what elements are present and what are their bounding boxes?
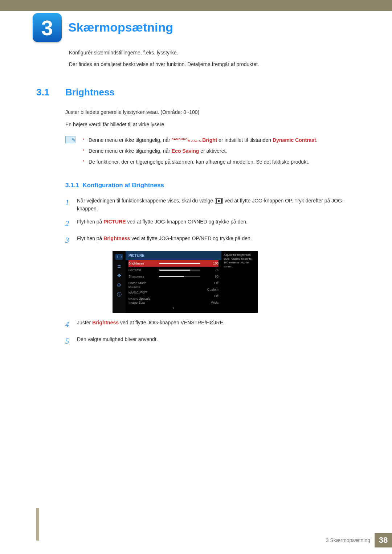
footer-page-number: 38 [375,533,392,547]
step-1: 1 Når vejledningen til funktionsknappern… [65,197,356,213]
header-top-bar [0,0,392,11]
note-box: Denne menu er ikke tilgængelig, når SAMS… [65,136,356,168]
menu-icon [216,198,222,204]
osd-row: Contrast75 [128,267,219,273]
section-title: Brightness [65,87,115,98]
gear-icon: ⚙ [115,282,123,288]
chapter-number-badge: 3 [33,13,62,42]
scroll-down-icon: ▼ [126,306,221,311]
page-footer: 3 Skærmopsætning 38 [326,533,392,547]
step-number: 1 [65,197,72,213]
info-icon: ⓘ [115,292,123,297]
note-item-2: Denne menu er ikke tilgængelig, når Eco … [83,147,318,156]
osd-sidebar: 🖵 ≣ ✥ ⚙ ⓘ [113,251,126,313]
steps-list: 1 Når vejledningen til funktionsknappern… [65,197,356,347]
osd-screenshot: 🖵 ≣ ✥ ⚙ ⓘ PICTURE Brightness100Contrast7… [113,251,258,313]
osd-row: Image SizeWide [128,299,219,306]
subsection-number: 3.1.1 [65,182,79,189]
arrows-icon: ✥ [115,273,123,279]
osd-row: SAMSUNGMAGICUpscaleOff [128,293,219,299]
step-number: 4 [65,319,72,330]
intro-paragraph-1: Konfigurér skærmindstillingerne, f.eks. … [69,49,356,57]
osd-row: Sharpness60 [128,273,219,280]
subsection-title: Konfiguration af Brightness [82,182,164,189]
chapter-intro: Konfigurér skærmindstillingerne, f.eks. … [69,49,356,69]
osd-row: Brightness100 [128,260,219,267]
step-5: 5 Den valgte mulighed bliver anvendt. [65,335,356,347]
subsection-heading: 3.1.1 Konfiguration af Brightness [65,180,356,191]
step-number: 2 [65,218,72,229]
step-number: 3 [65,234,72,246]
footer-left-stripe [36,508,39,541]
chapter-header: 3 Skærmopsætning [36,13,356,42]
note-item-3: De funktioner, der er tilgængelige på sk… [83,158,318,167]
step-2: 2 Flyt hen på PICTURE ved at flytte JOG-… [65,218,356,229]
section-heading: 3.1 Brightness [36,87,356,98]
section-paragraph-1: Juster billedets generelle lysstyrkenive… [65,108,356,117]
note-icon [65,136,75,143]
list-icon: ≣ [115,263,123,269]
section-number: 3.1 [36,87,54,98]
osd-header: PICTURE [126,251,221,260]
section-paragraph-2: En højere værdi får billedet til at virk… [65,120,356,129]
step-number: 5 [65,335,72,347]
monitor-icon: 🖵 [115,254,123,260]
note-item-1: Denne menu er ikke tilgængelig, når SAMS… [83,136,318,145]
footer-chapter-label: 3 Skærmopsætning [326,537,370,543]
step-3: 3 Flyt hen på Brightness ved at flytte J… [65,234,356,246]
osd-help-text: Adjust the brightness level. Values clos… [221,251,258,313]
intro-paragraph-2: Der findes en detaljeret beskrivelse af … [69,60,356,68]
step-4: 4 Juster Brightness ved at flytte JOG-kn… [65,319,356,330]
chapter-title: Skærmopsætning [68,20,173,34]
